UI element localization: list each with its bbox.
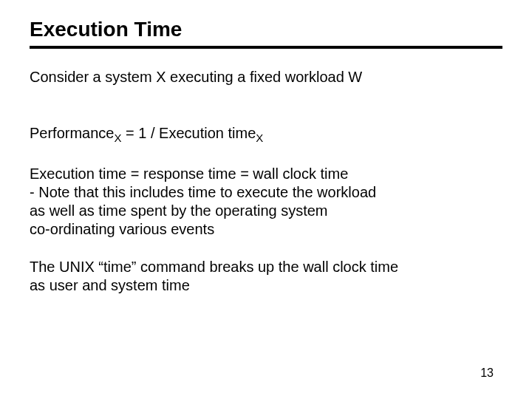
definition-block: Execution time = response time = wall cl… (30, 165, 502, 239)
perf-mid: = 1 / Execution time (122, 125, 256, 141)
perf-subscript-left: X (115, 132, 122, 144)
slide-body: Consider a system X executing a fixed wo… (30, 68, 502, 295)
perf-subscript-right: X (256, 132, 263, 144)
slide: Execution Time Consider a system X execu… (0, 0, 532, 399)
perf-lhs: Performance (30, 125, 115, 141)
unix-block: The UNIX “time” command breaks up the wa… (30, 258, 502, 295)
performance-equation: PerformanceX = 1 / Execution timeX (30, 106, 502, 146)
divider (30, 46, 502, 49)
page-number: 13 (480, 366, 494, 380)
intro-line: Consider a system X executing a fixed wo… (30, 68, 502, 86)
slide-title: Execution Time (30, 18, 502, 41)
